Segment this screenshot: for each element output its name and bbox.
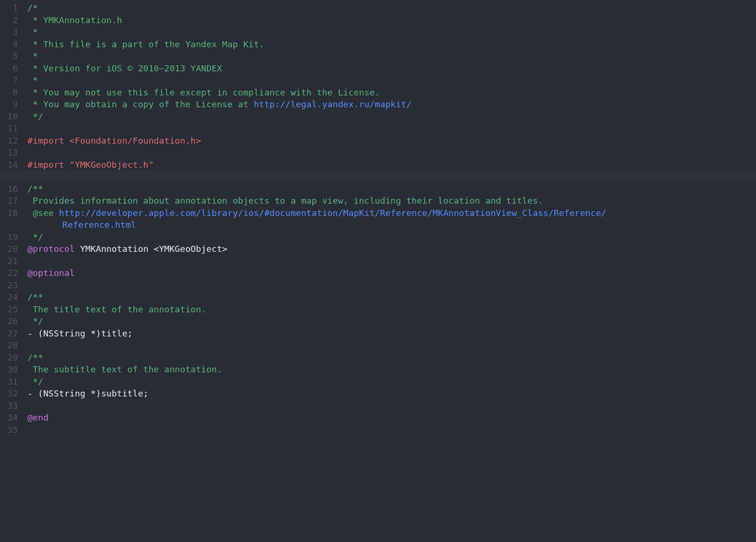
line-number: 10 [0,111,22,123]
code-line[interactable]: @optional [27,267,756,279]
line-number: 25 [0,303,22,316]
line-number: 31 [0,376,22,388]
code-line[interactable]: */ [27,376,756,388]
code-line[interactable]: */ [27,315,756,327]
token: /* [27,3,38,13]
line-number: 23 [0,279,22,292]
token: * Version for iOS © 2010–2013 YANDEX [27,63,222,73]
token: * [27,51,38,61]
code-line-wrap[interactable]: Reference.html [27,219,756,231]
code-line[interactable]: /** [27,291,756,303]
line-number: 19 [0,231,22,243]
line-number: 24 [0,291,22,303]
code-line[interactable]: /** [27,183,756,195]
code-line[interactable] [27,255,756,267]
line-number: 9 [0,98,22,111]
code-line[interactable] [27,122,756,135]
line-number: 2 [0,14,22,26]
code-line[interactable]: * You may obtain a copy of the License a… [27,98,756,111]
code-line[interactable]: The title text of the annotation. [27,303,756,316]
code-line[interactable]: @end [27,412,756,424]
line-number: 29 [0,352,22,364]
token: http://legal.yandex.ru/mapkit/ [254,99,412,109]
token: The title text of the annotation. [27,304,206,314]
code-line[interactable]: * This file is a part of the Yandex Map … [27,38,756,51]
token: Provides information about annotation ob… [27,196,543,206]
code-line[interactable] [27,339,756,352]
code-line[interactable]: #import <Foundation/Foundation.h> [27,135,756,147]
code-line[interactable]: - (NSString *)subtitle; [27,387,756,400]
code-line[interactable]: @protocol YMKAnnotation <YMKGeoObject> [27,243,756,255]
line-number: 20 [0,243,22,255]
line-number: 22 [0,267,22,279]
line-number: 34 [0,412,22,424]
code-line[interactable] [27,146,756,159]
token: * YMKAnnotation.h [27,15,122,25]
line-number: 4 [0,38,22,51]
line-number: 28 [0,339,22,352]
line-number: 3 [0,26,22,38]
code-line[interactable] [0,171,756,183]
line-number: 8 [0,86,22,99]
line-number: 33 [0,400,22,412]
token: YMKAnnotation <YMKGeoObject> [75,244,227,254]
line-number: 1 [0,2,22,14]
token: http://developer.apple.com/library/ios/#… [59,208,606,218]
code-line[interactable]: * Version for iOS © 2010–2013 YANDEX [27,62,756,75]
line-number: 17 [0,195,22,207]
line-number: 16 [0,183,22,195]
line-number: 13 [0,146,22,159]
code-line[interactable] [27,400,756,412]
token: * [27,27,38,37]
line-number: 32 [0,387,22,400]
code-line[interactable] [27,279,756,292]
code-line[interactable]: /** [27,352,756,364]
code-line[interactable]: #import "YMKGeoObject.h" [27,159,756,171]
line-number: 27 [0,327,22,340]
token: #import [27,160,69,170]
code-line[interactable]: * [27,74,756,86]
line-number: 7 [0,74,22,86]
line-number-wrap [0,219,22,231]
token: * You may obtain a copy of the License a… [27,99,254,109]
code-line[interactable]: The subtitle text of the annotation. [27,363,756,376]
line-number: 14 [0,159,22,171]
line-number: 18 [0,207,22,219]
token: */ [27,377,43,387]
token: * You may not use this file except in co… [27,87,380,97]
token: The subtitle text of the annotation. [27,364,222,374]
code-line[interactable]: * [27,50,756,62]
code-editor[interactable]: 123456789101112131415161718 192021222324… [0,0,756,436]
token: #import [27,136,69,146]
token: <Foundation/Foundation.h> [69,136,201,146]
token: - (NSString *)title; [27,328,133,338]
code-line[interactable] [27,424,756,436]
token: "YMKGeoObject.h" [69,160,154,170]
code-line[interactable]: * You may not use this file except in co… [27,86,756,99]
token: * This file is a part of the Yandex Map … [27,39,264,49]
token: /** [27,184,43,194]
token: @protocol [27,244,75,254]
line-number: 21 [0,255,22,267]
code-line[interactable]: Provides information about annotation ob… [27,195,756,207]
line-number: 5 [0,50,22,62]
token: @see [27,208,59,218]
token: @end [27,413,49,422]
code-line[interactable]: /* [27,2,756,14]
token: */ [27,232,43,242]
code-line[interactable]: * YMKAnnotation.h [27,14,756,26]
line-number: 30 [0,363,22,376]
line-number: 26 [0,315,22,327]
code-line[interactable]: - (NSString *)title; [27,327,756,340]
line-number: 35 [0,424,22,436]
token: @optional [27,268,75,278]
code-line[interactable]: * [27,26,756,38]
line-number-gutter: 123456789101112131415161718 192021222324… [0,2,22,436]
code-line[interactable]: */ [27,231,756,243]
token: /** [27,353,43,362]
line-number: 12 [0,135,22,147]
code-area[interactable]: /* * YMKAnnotation.h * * This file is a … [22,2,756,436]
token: */ [27,316,43,326]
code-line[interactable]: @see http://developer.apple.com/library/… [27,207,756,219]
code-line[interactable]: */ [27,111,756,123]
